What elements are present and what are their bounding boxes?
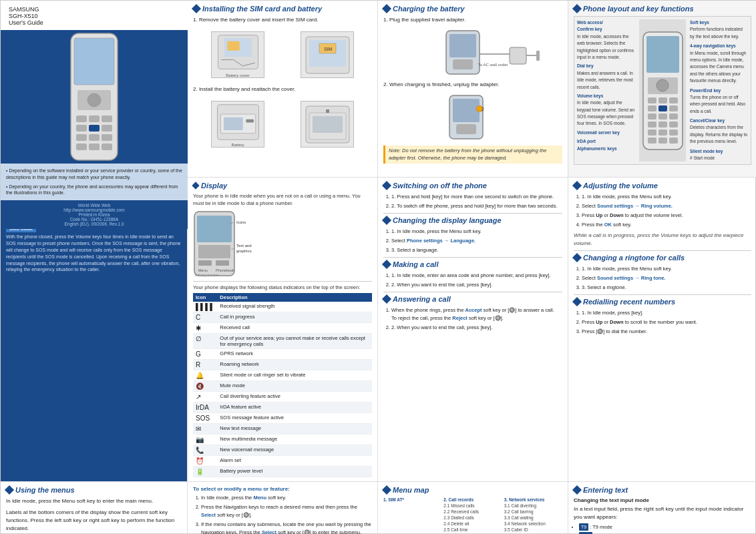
svg-rect-59 (648, 129, 656, 136)
entering-text-section: Entering text Changing the text input mo… (568, 482, 756, 535)
svg-rect-66 (197, 216, 232, 242)
charging-title: Charging the battery (383, 5, 562, 13)
menu-sub-item: 3.2 Call barring (504, 509, 562, 515)
svg-rect-36 (536, 51, 540, 61)
status-desc: Call in progress (217, 312, 372, 322)
status-icon: 🔋 (193, 466, 217, 477)
svg-rect-64 (669, 138, 678, 144)
switching-diamond (382, 181, 391, 190)
menus-left-desc: Labels at the bottom corners of the disp… (6, 509, 182, 535)
branding-panel: SAMSUNG SGH-X510 User's Guide (1, 1, 188, 178)
website-label: World Wide Web (6, 203, 182, 208)
svg-rect-52 (669, 105, 678, 111)
svg-rect-63 (658, 138, 667, 144)
charging-step1: 1. Plug the supplied travel adapter. (383, 16, 562, 24)
content-area: SAMSUNG SGH-X510 User's Guide (1, 1, 756, 534)
svg-rect-14 (89, 144, 100, 150)
svg-text:To AC wall outlet: To AC wall outlet (478, 63, 508, 67)
status-icon: ⏰ (193, 455, 217, 466)
alphanumeric-keys-label: Alphanumeric keys (577, 146, 635, 152)
status-row: 📷New multimedia message (193, 434, 372, 445)
volume-step3: Press Up or Down to adjust the volume le… (582, 212, 751, 220)
branding-box: SAMSUNG SGH-X510 User's Guide (1, 1, 188, 30)
svg-text:Soft key function: Soft key function (194, 273, 219, 277)
status-icon: R (193, 359, 217, 370)
svg-rect-6 (102, 115, 112, 122)
sim-diagram1: Battery cover (211, 31, 264, 78)
svg-rect-1 (74, 38, 114, 85)
status-icon: C (193, 312, 217, 322)
making-steps: 1. In Idle mode, enter an area code and … (383, 272, 562, 289)
menu-sub-item: 3.3 Call waiting (504, 515, 562, 521)
status-row: GGPRS network (193, 348, 372, 359)
status-desc: Received call (217, 322, 372, 333)
status-desc: Mute mode (217, 380, 372, 391)
status-desc: Call diverting feature active (217, 391, 372, 402)
charging-svg1: To AC wall outlet (406, 27, 540, 77)
battery-label: Battery (231, 143, 244, 147)
status-icon: IrDA (193, 402, 217, 413)
ringtone-diamond (572, 253, 582, 262)
diamond-icon (192, 4, 201, 13)
ringtone-title: Changing a ringtone for calls (574, 254, 751, 262)
menus-diamond (5, 485, 14, 494)
layout-left-labels: Web access/ Confirm key In Idle mode, ac… (577, 19, 635, 162)
battery-diagram1: Battery (211, 101, 264, 148)
svg-text:2: 2 (482, 107, 484, 111)
svg-rect-31 (449, 34, 476, 57)
status-icon: 🔇 (193, 380, 217, 391)
charging-step2: 2. When charging is finished, unplug the… (383, 81, 562, 89)
svg-text:Phonebook: Phonebook (216, 268, 234, 272)
abc-mode-item: ABC: ABC mode (579, 532, 751, 535)
menu-map-item: 2. Call records2.1 Missed calls2.2 Recei… (443, 497, 502, 535)
status-row: ✉New text message (193, 423, 372, 434)
charging-diagram2: 2 (383, 92, 562, 142)
voicemail-server-key: Voicemail server key (577, 129, 635, 136)
svg-rect-8 (89, 125, 100, 131)
svg-text:SIM: SIM (324, 47, 333, 51)
layout-diamond-icon (572, 4, 582, 13)
display-subsection: Display Your phone is in Idle mode when … (193, 182, 372, 278)
status-table: Icon Description ▌▌▌▌Received signal str… (193, 293, 372, 477)
battery-svg1 (213, 101, 263, 143)
status-icon: ∅ (193, 333, 217, 348)
svg-text:Icons: Icons (236, 220, 246, 224)
svg-rect-39 (453, 99, 480, 122)
sim-images-row: Battery cover SIM (193, 28, 372, 81)
menu-item-header: 3. Network services (504, 497, 562, 502)
svg-rect-56 (648, 121, 656, 127)
menu-sub-item: 2.3 Dialled calls (443, 515, 502, 521)
menu-sub-item: 3.1 Call diverting (504, 503, 562, 509)
phone-layout-title: Phone layout and key functions (574, 5, 751, 13)
redialling-step1: 1. In Idle mode, press [key]. (582, 309, 751, 317)
text-input-subtitle: Changing the text input mode (574, 497, 751, 503)
svg-rect-50 (648, 105, 656, 111)
status-desc: SOS message feature active (217, 413, 372, 423)
menu-map-diamond (382, 485, 391, 494)
display-diagram: Icons Text and graphics Menu Phonebook S… (193, 210, 256, 278)
svg-rect-48 (658, 97, 667, 103)
volume-steps: 1. In Idle mode, press the Menu soft key… (574, 193, 751, 229)
website-url: http://www.samsungmobile.com (6, 208, 182, 212)
note1: • Depending on the software installed or… (6, 168, 182, 181)
icon-header: Icon (193, 293, 217, 302)
status-row: 🔋Battery power level (193, 466, 372, 477)
volume-step1: 1. In Idle mode, press the Menu soft key… (582, 193, 751, 201)
status-row: SOSSOS message feature active (193, 413, 372, 423)
select-step3: If the menu contains any submenus, locat… (201, 521, 372, 535)
svg-point-46 (656, 79, 669, 91)
layout-right-labels: Soft keys Perform functions indicated by… (690, 19, 748, 162)
description-header: Description (217, 293, 372, 302)
svg-rect-34 (510, 47, 526, 64)
ringtone-step1: 1. In Idle mode, press the Menu soft key… (582, 265, 751, 273)
divider6 (574, 294, 751, 295)
note2: • Depending on your country, the phone a… (6, 184, 182, 197)
menu-map-section: Menu map 1. SIM AT*2. Call records2.1 Mi… (378, 482, 568, 535)
svg-rect-42 (456, 124, 476, 134)
status-icon: G (193, 348, 217, 359)
svg-rect-13 (76, 144, 87, 150)
divider3 (383, 257, 562, 258)
status-row: ⏰Alarm set (193, 455, 372, 466)
sos-block: SOS mode With the phone closed, press th… (6, 225, 182, 273)
menu-map-title: Menu map (383, 486, 562, 494)
